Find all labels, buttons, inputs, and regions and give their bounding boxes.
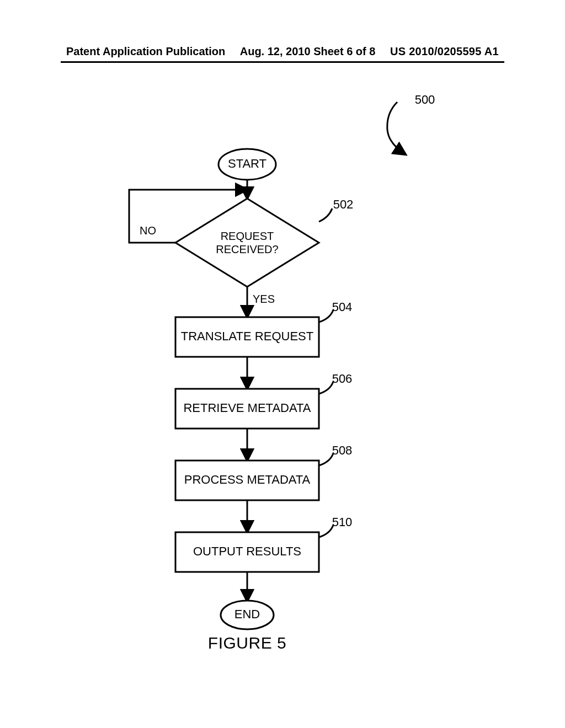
ref-506: 506: [319, 372, 352, 394]
box-translate-request: TRANSLATE REQUEST: [175, 317, 319, 357]
ref-502: 502: [319, 197, 353, 222]
start-node: START: [218, 149, 276, 180]
edge-yes: YES: [247, 287, 275, 317]
ref-504: 504: [319, 300, 352, 322]
ref-510: 510: [319, 515, 352, 537]
no-label: NO: [140, 224, 156, 237]
figure-ref-label: 500: [415, 93, 435, 106]
decision-request-received: REQUEST RECEIVED?: [175, 199, 319, 287]
decision-line1: REQUEST: [221, 230, 274, 242]
box-process-label: PROCESS METADATA: [184, 473, 311, 486]
box-output-results: OUTPUT RESULTS: [175, 532, 319, 572]
page: Patent Application Publication Aug. 12, …: [0, 0, 565, 728]
start-label: START: [228, 157, 266, 170]
box-output-label: OUTPUT RESULTS: [193, 544, 301, 558]
svg-marker-1: [175, 199, 319, 287]
figure-caption: FIGURE 5: [208, 634, 286, 652]
end-label: END: [234, 607, 260, 621]
ref-508-label: 508: [332, 443, 353, 457]
ref-510-label: 510: [332, 515, 353, 529]
end-node: END: [221, 601, 274, 629]
ref-508: 508: [319, 443, 352, 465]
figure-ref-arrow: 500: [387, 93, 435, 154]
box-translate-label: TRANSLATE REQUEST: [181, 329, 313, 343]
ref-506-label: 506: [332, 372, 353, 386]
yes-label: YES: [253, 293, 275, 305]
ref-502-label: 502: [333, 197, 354, 211]
flowchart: 500 START REQUEST RECEIVED? 502: [0, 0, 565, 728]
box-retrieve-metadata: RETRIEVE METADATA: [175, 389, 319, 429]
decision-line2: RECEIVED?: [216, 243, 278, 255]
box-process-metadata: PROCESS METADATA: [175, 461, 319, 500]
box-retrieve-label: RETRIEVE METADATA: [183, 401, 311, 415]
ref-504-label: 504: [332, 300, 353, 314]
